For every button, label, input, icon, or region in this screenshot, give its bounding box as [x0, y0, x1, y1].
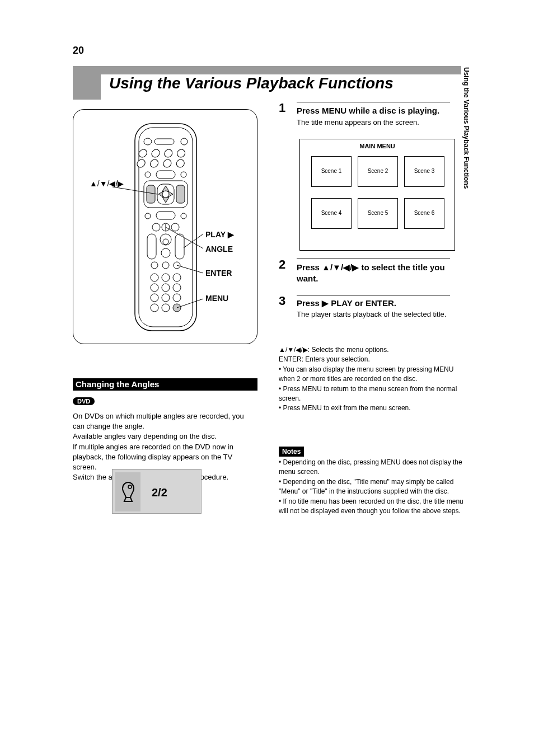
svg-rect-28	[147, 234, 156, 259]
svg-rect-22	[156, 212, 175, 219]
svg-point-27	[171, 223, 179, 231]
step-3-title: Press ▶ PLAY or ENTER.	[297, 298, 459, 308]
title-tab-block	[73, 66, 101, 100]
svg-point-2	[144, 138, 152, 145]
dvd-badge: DVD	[73, 397, 95, 405]
camera-angle-icon	[119, 481, 138, 503]
step-3-divider	[297, 295, 450, 295]
svg-rect-18	[176, 185, 185, 203]
remote-label-arrows: ▲/▼/◀/▶	[90, 179, 124, 188]
step-1-title: Press MENU while a disc is playing. The …	[297, 105, 459, 127]
angle-value: 2/2	[152, 486, 167, 499]
svg-rect-3	[154, 139, 174, 144]
svg-point-45	[151, 304, 158, 312]
menu-cell: Scene 5	[358, 198, 398, 229]
menu-cell: Scene 2	[358, 156, 398, 187]
svg-point-21	[145, 213, 151, 219]
page-title: Using the Various Playback Functions	[109, 74, 394, 92]
svg-point-40	[162, 284, 170, 292]
svg-rect-29	[175, 234, 184, 259]
menu-preview-title: MAIN MENU	[300, 143, 455, 149]
page-number-top: 20	[73, 45, 84, 57]
step-2-divider	[297, 259, 450, 259]
step-3-number: 3	[279, 294, 285, 308]
menu-cell: Scene 3	[404, 156, 444, 187]
menu-cell: Scene 4	[311, 198, 352, 229]
step-1-divider	[297, 102, 450, 102]
svg-rect-14	[156, 171, 175, 179]
svg-point-23	[181, 213, 186, 219]
menu-preview: MAIN MENU Scene 1 Scene 2 Scene 3 Scene …	[299, 139, 455, 251]
notes-body: • Depending on the disc, pressing MENU d…	[279, 458, 463, 516]
svg-point-4	[181, 138, 188, 145]
hints-body: ▲/▼/◀/▶: Selects the menu options.ENTER:…	[279, 345, 463, 414]
step-1-subtext: The title menu appears on the screen.	[297, 118, 419, 126]
menu-cell: Scene 1	[311, 156, 352, 187]
section-header-text: Changing the Angles	[76, 379, 159, 389]
svg-point-32	[161, 248, 170, 257]
svg-point-20	[162, 191, 169, 198]
remote-illustration	[73, 109, 257, 344]
step-1-number: 1	[279, 101, 285, 115]
menu-cell: Scene 6	[404, 198, 444, 229]
step-2-number: 2	[279, 257, 285, 272]
step-2-title: Press ▲/▼/◀/▶ to select the title you wa…	[297, 262, 459, 284]
side-tab-label: Using the Various Playback Functions	[462, 67, 470, 189]
svg-point-42	[151, 294, 158, 302]
svg-point-13	[145, 172, 151, 177]
svg-point-43	[162, 294, 170, 302]
remote-label-menu: MENU	[205, 294, 228, 303]
svg-point-33	[151, 262, 158, 269]
svg-point-38	[173, 274, 181, 281]
svg-point-31	[163, 239, 168, 245]
notes-label: Notes	[279, 447, 304, 457]
svg-point-39	[151, 284, 158, 292]
step-1-title-text: Press MENU while a disc is playing.	[297, 106, 439, 115]
remote-label-play: PLAY ▶	[205, 230, 234, 239]
step-3-body: The player starts playback of the select…	[297, 309, 459, 320]
svg-point-53	[128, 485, 132, 489]
angle-display-box: 2/2	[112, 469, 202, 514]
svg-point-41	[173, 284, 181, 292]
svg-point-44	[173, 294, 181, 302]
side-tab: Using the Various Playback Functions	[462, 66, 472, 267]
svg-point-8	[177, 149, 185, 157]
svg-point-15	[181, 172, 186, 177]
svg-point-34	[162, 262, 169, 269]
svg-point-37	[162, 274, 170, 281]
remote-label-angle: ANGLE	[205, 245, 233, 253]
svg-rect-17	[147, 185, 155, 203]
svg-point-36	[151, 274, 158, 281]
svg-point-46	[162, 304, 170, 312]
svg-point-24	[152, 223, 160, 231]
title-bar	[101, 66, 461, 74]
svg-point-12	[176, 159, 185, 167]
angle-icon-box	[115, 472, 140, 511]
remote-label-enter: ENTER	[205, 269, 232, 278]
